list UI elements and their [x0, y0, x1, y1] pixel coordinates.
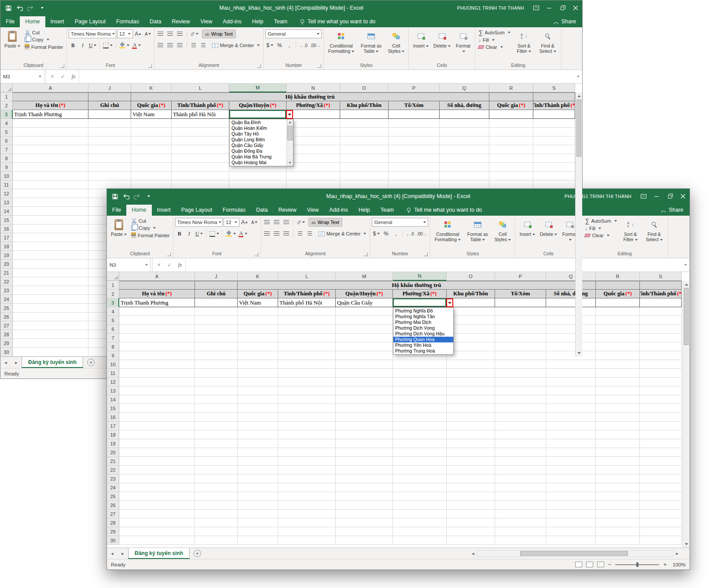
cell-L11[interactable] [278, 369, 336, 378]
tell-me-box[interactable]: Tell me what you want to do [406, 207, 482, 216]
cell-P25[interactable] [495, 492, 546, 501]
cell-L8[interactable] [172, 154, 229, 163]
row-header-29[interactable]: 29 [0, 339, 13, 348]
cell-Q17[interactable] [546, 422, 596, 430]
cell-J11[interactable] [88, 180, 131, 189]
ribbon-tab-team[interactable]: Team [375, 205, 399, 216]
font-dialog-launcher-icon[interactable] [255, 253, 258, 256]
bold-button[interactable]: B [175, 229, 184, 238]
cell-N7[interactable] [286, 145, 340, 154]
cell-P9[interactable] [389, 163, 440, 172]
cell-O7[interactable] [340, 145, 389, 154]
cell-P27[interactable] [495, 510, 546, 518]
cell-Q5[interactable] [440, 128, 489, 136]
row-header-26[interactable]: 26 [107, 501, 119, 510]
cell-R14[interactable] [596, 395, 640, 404]
row-header-19[interactable]: 19 [107, 439, 119, 448]
cell-S10[interactable] [640, 360, 682, 369]
cell-S12[interactable] [640, 378, 682, 386]
cell-K21[interactable] [238, 457, 278, 466]
cell-Q22[interactable] [546, 466, 596, 474]
share-button[interactable]: Share [553, 18, 576, 27]
sort-filter-button[interactable]: Sort & Filter [513, 29, 536, 54]
sheet-nav-prev-icon[interactable] [0, 357, 11, 368]
sheet-nav-prev-icon[interactable] [107, 548, 117, 559]
fill-color-button[interactable] [225, 229, 237, 238]
font-size-combo[interactable]: 12 [224, 218, 239, 227]
format-painter-button[interactable]: Format Painter [130, 232, 171, 239]
name-box-dropdown-icon[interactable] [39, 76, 41, 77]
cell-J13[interactable] [195, 386, 238, 395]
cell-R4[interactable] [596, 307, 640, 316]
cell-R22[interactable] [596, 466, 640, 474]
row-header-3[interactable]: 3 [107, 298, 119, 307]
fill-button[interactable]: Fill [477, 37, 511, 43]
cell-L7[interactable] [278, 334, 336, 342]
sheet-tab-active[interactable]: Đăng ký tuyển sinh [128, 548, 190, 559]
cell-P9[interactable] [495, 351, 546, 360]
cell-M11[interactable] [336, 369, 393, 378]
cell-P30[interactable] [495, 536, 546, 545]
cell-Q9[interactable] [546, 351, 596, 360]
ribbon-tab-file[interactable]: File [107, 205, 126, 216]
cell-M10[interactable] [336, 360, 393, 369]
cell-A8[interactable] [13, 154, 88, 163]
cell-R12[interactable] [596, 378, 640, 386]
cell-A26[interactable] [119, 501, 195, 510]
cell-K12[interactable] [238, 378, 278, 386]
cell-A15[interactable] [119, 404, 195, 413]
cell-K30[interactable] [238, 536, 278, 545]
select-all-button[interactable] [107, 272, 119, 281]
cell-S13[interactable] [640, 386, 682, 395]
row-header-23[interactable]: 23 [107, 474, 119, 483]
cell-A5[interactable] [119, 316, 195, 325]
column-title-P[interactable]: Tổ/Xóm [389, 101, 440, 110]
cell-S30[interactable] [640, 536, 682, 545]
cell-K4[interactable] [238, 307, 278, 316]
row-header-8[interactable]: 8 [0, 154, 13, 163]
cell-L22[interactable] [278, 466, 336, 474]
column-header-M[interactable]: M [229, 84, 286, 92]
cell-R8[interactable] [596, 342, 640, 351]
cell-J28[interactable] [195, 518, 238, 527]
cell-S7[interactable] [533, 145, 575, 154]
cell-L28[interactable] [278, 518, 336, 527]
cell-K17[interactable] [238, 422, 278, 430]
cell-N11[interactable] [286, 180, 340, 189]
dropdown-option-4[interactable]: Quận Long Biên [230, 137, 286, 143]
cell-Q15[interactable] [546, 404, 596, 413]
decrease-indent-button[interactable] [189, 41, 198, 50]
cell-P20[interactable] [495, 448, 546, 457]
copy-button[interactable]: Copy [23, 37, 65, 43]
cell-J19[interactable] [195, 439, 238, 448]
cell-O28[interactable] [447, 518, 495, 527]
row-header-5[interactable]: 5 [0, 128, 13, 136]
cell-S5[interactable] [640, 316, 682, 325]
cell-L9[interactable] [172, 163, 229, 172]
cell-M26[interactable] [336, 501, 393, 510]
cell-M11[interactable] [229, 180, 286, 189]
cell-M15[interactable] [336, 404, 393, 413]
cell-Q24[interactable] [546, 483, 596, 492]
vertical-scrollbar[interactable] [683, 281, 690, 548]
cell-J8[interactable] [88, 154, 131, 163]
cell-S9[interactable] [533, 163, 575, 172]
cell-K10[interactable] [238, 360, 278, 369]
increase-indent-button[interactable] [305, 229, 314, 238]
cell-J12[interactable] [195, 378, 238, 386]
title-bar[interactable]: Mau_nhap_khau_hoc_sinh (4) [Compatibilit… [107, 189, 690, 204]
row-header-7[interactable]: 7 [0, 145, 13, 154]
cell-M29[interactable] [336, 527, 393, 536]
cell-N13[interactable] [393, 386, 447, 395]
column-header-M[interactable]: M [336, 272, 393, 281]
cell-M30[interactable] [336, 536, 393, 545]
ribbon-tab-insert[interactable]: Insert [45, 16, 70, 27]
cell-A18[interactable] [119, 430, 195, 439]
cell-Q11[interactable] [546, 369, 596, 378]
column-header-R[interactable]: R [489, 84, 533, 92]
cell-R24[interactable] [596, 483, 640, 492]
font-dialog-launcher-icon[interactable] [148, 64, 152, 68]
cell-J25[interactable] [195, 492, 238, 501]
customize-quick-access-icon[interactable] [143, 191, 153, 201]
cell-K22[interactable] [238, 466, 278, 474]
